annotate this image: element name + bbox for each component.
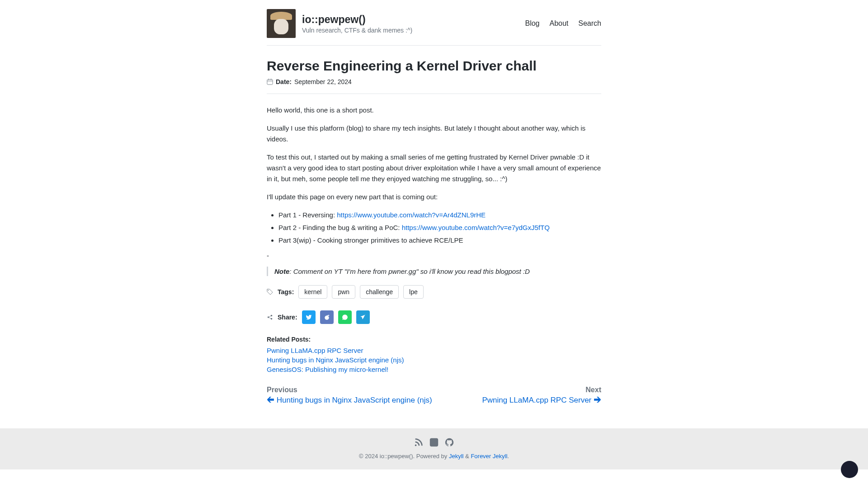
- svg-line-8: [269, 316, 271, 317]
- list-item: Part 1 - Reversing: https://www.youtube.…: [278, 210, 601, 221]
- copy-prefix: © 2024 io::pewpew(). Powered by: [359, 453, 449, 460]
- related-link[interactable]: Hunting bugs in Nginx JavaScript engine …: [267, 356, 601, 364]
- tag-lpe[interactable]: lpe: [403, 285, 424, 299]
- note-block: Note: Comment on YT "I'm here from pwner…: [267, 267, 601, 276]
- tags-label: Tags:: [278, 288, 294, 296]
- paragraph: To test this out, I started out by makin…: [267, 152, 601, 184]
- footer-copy: © 2024 io::pewpew(). Powered by Jekyll &…: [0, 453, 868, 460]
- next-title: Pwning LLaMA.cpp RPC Server: [482, 396, 591, 404]
- rss-icon: [414, 437, 424, 447]
- li-prefix: Part 2 - Finding the bug & writing a PoC…: [278, 224, 402, 231]
- list-item: Part 3(wip) - Cooking stronger primitive…: [278, 235, 601, 246]
- site-tagline: Vuln research, CTFs & dank memes :^): [302, 27, 412, 34]
- svg-rect-0: [267, 80, 273, 84]
- list-item: Part 2 - Finding the bug & writing a PoC…: [278, 222, 601, 233]
- reddit-icon: [324, 314, 330, 320]
- calendar-icon: [267, 79, 273, 85]
- related-link[interactable]: GenesisOS: Publishing my micro-kernel!: [267, 366, 601, 373]
- next-link[interactable]: Pwning LLaMA.cpp RPC Server 🡲: [482, 396, 601, 404]
- jekyll-link[interactable]: Jekyll: [449, 453, 464, 460]
- next-label: Next: [482, 386, 601, 394]
- tag-kernel[interactable]: kernel: [298, 285, 327, 299]
- brand: io::pewpew() Vuln research, CTFs & dank …: [267, 9, 412, 38]
- whatsapp-icon: [342, 314, 348, 320]
- copy-dot: .: [507, 453, 509, 460]
- svg-point-13: [415, 445, 417, 446]
- svg-point-7: [271, 318, 273, 320]
- twitter-icon: [306, 314, 312, 320]
- share-whatsapp[interactable]: [338, 310, 352, 324]
- next-post: Next Pwning LLaMA.cpp RPC Server 🡲: [482, 386, 601, 405]
- related-link[interactable]: Pwning LLaMA.cpp RPC Server: [267, 347, 601, 354]
- tag-icon: [267, 289, 273, 295]
- video-link-2[interactable]: https://www.youtube.com/watch?v=e7ydGxJ5…: [402, 224, 550, 231]
- svg-rect-14: [430, 438, 438, 446]
- svg-point-10: [325, 316, 329, 320]
- nav-about[interactable]: About: [549, 19, 568, 28]
- share-twitter[interactable]: [302, 310, 316, 324]
- brand-text: io::pewpew() Vuln research, CTFs & dank …: [302, 14, 412, 34]
- nav-search[interactable]: Search: [578, 19, 601, 28]
- site-title: io::pewpew(): [302, 14, 412, 26]
- forever-jekyll-link[interactable]: Forever Jekyll: [471, 453, 507, 460]
- footer-social: [0, 436, 868, 448]
- related-posts: Related Posts: Pwning LLaMA.cpp RPC Serv…: [267, 336, 601, 373]
- post-date: September 22, 2024: [294, 78, 352, 85]
- tags-row: Tags: kernel pwn challenge lpe: [267, 285, 601, 299]
- telegram-icon: [360, 314, 366, 320]
- post-navigation: Previous 🡰 Hunting bugs in Nginx JavaScr…: [267, 386, 601, 405]
- footer-github[interactable]: [443, 436, 455, 448]
- svg-point-6: [271, 315, 273, 317]
- svg-line-9: [269, 318, 271, 319]
- site-header: io::pewpew() Vuln research, CTFs & dank …: [267, 9, 601, 46]
- date-label: Date:: [276, 78, 292, 85]
- prev-title: Hunting bugs in Nginx JavaScript engine …: [277, 396, 432, 404]
- paragraph: Usually I use this platform (blog) to sh…: [267, 123, 601, 145]
- twitter-icon: [429, 437, 439, 447]
- github-icon: [444, 437, 454, 447]
- footer-rss[interactable]: [413, 436, 425, 448]
- share-row: Share:: [267, 310, 601, 324]
- main-nav: Blog About Search: [525, 19, 601, 28]
- paragraph: Hello world, this one is a short post.: [267, 105, 601, 116]
- copy-amp: &: [463, 453, 471, 460]
- share-label: Share:: [278, 314, 297, 321]
- post-meta: Date: September 22, 2024: [267, 78, 601, 94]
- share-icon: [267, 314, 273, 320]
- avatar: [267, 9, 296, 38]
- site-footer: © 2024 io::pewpew(). Powered by Jekyll &…: [0, 428, 868, 469]
- prev-label: Previous: [267, 386, 432, 394]
- note-text: : Comment on YT "I'm here from pwner.gg"…: [289, 267, 530, 275]
- nav-blog[interactable]: Blog: [525, 19, 539, 28]
- post-body: Hello world, this one is a short post. U…: [267, 105, 601, 276]
- related-heading: Related Posts:: [267, 336, 601, 343]
- footer-twitter[interactable]: [428, 436, 440, 448]
- svg-point-4: [268, 290, 269, 291]
- share-telegram[interactable]: [356, 310, 370, 324]
- note-label: Note: [274, 267, 289, 275]
- dash: -: [267, 250, 601, 261]
- share-reddit[interactable]: [320, 310, 334, 324]
- prev-link[interactable]: 🡰 Hunting bugs in Nginx JavaScript engin…: [267, 396, 432, 404]
- li-prefix: Part 1 - Reversing:: [278, 211, 337, 219]
- parts-list: Part 1 - Reversing: https://www.youtube.…: [267, 210, 601, 246]
- tag-challenge[interactable]: challenge: [360, 285, 399, 299]
- svg-point-5: [268, 316, 269, 318]
- post-title: Reverse Engineering a Kernel Driver chal…: [267, 58, 601, 74]
- paragraph: I'll update this page on every new part …: [267, 192, 601, 202]
- svg-line-12: [327, 315, 329, 316]
- tag-pwn[interactable]: pwn: [332, 285, 355, 299]
- prev-post: Previous 🡰 Hunting bugs in Nginx JavaScr…: [267, 386, 432, 405]
- video-link-1[interactable]: https://www.youtube.com/watch?v=Ar4dZNL9…: [337, 211, 486, 219]
